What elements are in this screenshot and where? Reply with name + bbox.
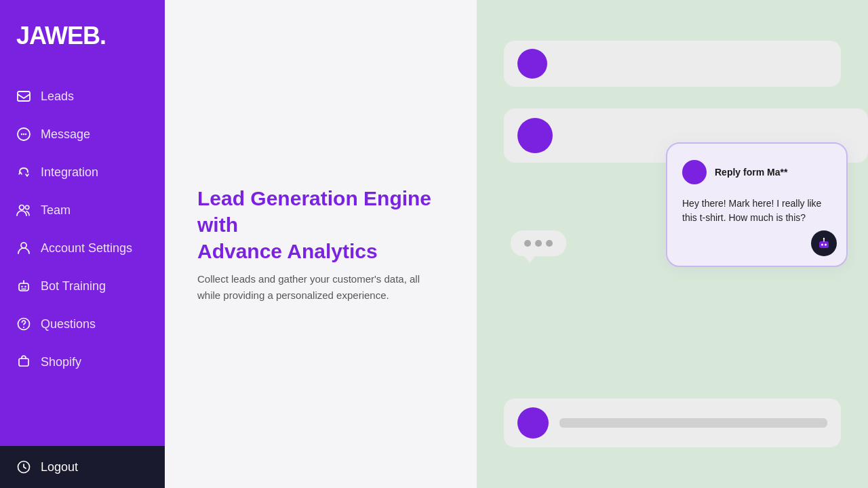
hero-panel: Lead Generation Engine with Advance Anal… [165, 0, 477, 488]
hero-heading-highlight: Advance Analytics [197, 240, 378, 262]
chat-header: Reply form Ma** [682, 160, 831, 184]
hero-text: Lead Generation Engine with Advance Anal… [197, 185, 444, 304]
logout-label: Logout [41, 460, 78, 474]
chat-main-card: Reply form Ma** Hey there! Mark here! I … [666, 142, 848, 267]
svg-rect-0 [18, 92, 30, 101]
svg-rect-14 [19, 359, 28, 366]
sidebar-item-integration[interactable]: Integration [0, 153, 165, 191]
svg-point-3 [23, 134, 24, 135]
shopify-icon [16, 354, 31, 369]
line-placeholder [559, 418, 827, 428]
avatar-bottom [517, 407, 549, 439]
svg-point-6 [25, 205, 29, 209]
svg-point-11 [23, 281, 24, 282]
svg-point-7 [21, 243, 26, 248]
sidebar-item-questions[interactable]: Questions [0, 305, 165, 343]
inbox-icon [16, 89, 31, 104]
svg-point-2 [21, 134, 22, 135]
hero-heading: Lead Generation Engine with Advance Anal… [197, 185, 444, 264]
svg-point-19 [823, 238, 825, 239]
svg-point-9 [21, 286, 22, 287]
svg-point-5 [20, 205, 24, 210]
sidebar-item-team[interactable]: Team [0, 191, 165, 229]
svg-point-13 [23, 327, 24, 328]
sidebar-questions-label: Questions [41, 317, 96, 331]
sidebar-item-shopify[interactable]: Shopify [0, 343, 165, 381]
sidebar: JAWEB. Leads Message [0, 0, 165, 488]
app-logo: JAWEB. [0, 0, 165, 77]
sidebar-leads-label: Leads [41, 89, 74, 104]
sidebar-nav: Leads Message Integration [0, 77, 165, 446]
sidebar-item-leads[interactable]: Leads [0, 77, 165, 115]
integration-icon [16, 165, 31, 180]
svg-point-18 [825, 244, 827, 246]
svg-point-17 [821, 244, 823, 246]
questions-icon [16, 317, 31, 331]
svg-point-10 [24, 286, 26, 287]
logout-button[interactable]: Logout [0, 446, 165, 488]
sidebar-team-label: Team [41, 203, 71, 218]
sidebar-integration-label: Integration [41, 165, 98, 180]
hero-description: Collect leads and gather your customer's… [197, 271, 444, 304]
team-icon [16, 203, 31, 218]
chat-card-bottom [504, 399, 841, 447]
sidebar-shopify-label: Shopify [41, 355, 81, 369]
bot-training-icon [16, 279, 31, 293]
typing-indicator [511, 230, 566, 256]
svg-rect-16 [819, 241, 829, 248]
sidebar-bot-label: Bot Training [41, 279, 106, 293]
sidebar-item-message[interactable]: Message [0, 115, 165, 153]
chat-sender-name: Reply form Ma** [715, 167, 787, 178]
sidebar-item-bot-training[interactable]: Bot Training [0, 267, 165, 305]
avatar-top [517, 49, 547, 79]
hero-heading-line1: Lead Generation Engine with [197, 187, 431, 236]
sidebar-message-label: Message [41, 127, 90, 142]
sidebar-item-account-settings[interactable]: Account Settings [0, 229, 165, 267]
main-content: Lead Generation Engine with Advance Anal… [165, 0, 868, 488]
dot-1 [524, 240, 531, 247]
dot-3 [546, 240, 553, 247]
message-icon [16, 127, 31, 142]
avatar-mid [517, 118, 553, 153]
svg-rect-8 [19, 283, 28, 291]
logout-icon [16, 460, 31, 474]
svg-point-4 [25, 134, 26, 135]
user-icon [16, 241, 31, 256]
chat-message: Hey there! Mark here! I really like this… [682, 197, 831, 225]
sidebar-account-label: Account Settings [41, 241, 132, 256]
chat-card-top [504, 41, 841, 87]
bot-avatar-icon [811, 230, 837, 256]
illustration-panel: Reply form Ma** Hey there! Mark here! I … [477, 0, 868, 488]
chat-avatar [682, 160, 707, 184]
dot-2 [535, 240, 542, 247]
